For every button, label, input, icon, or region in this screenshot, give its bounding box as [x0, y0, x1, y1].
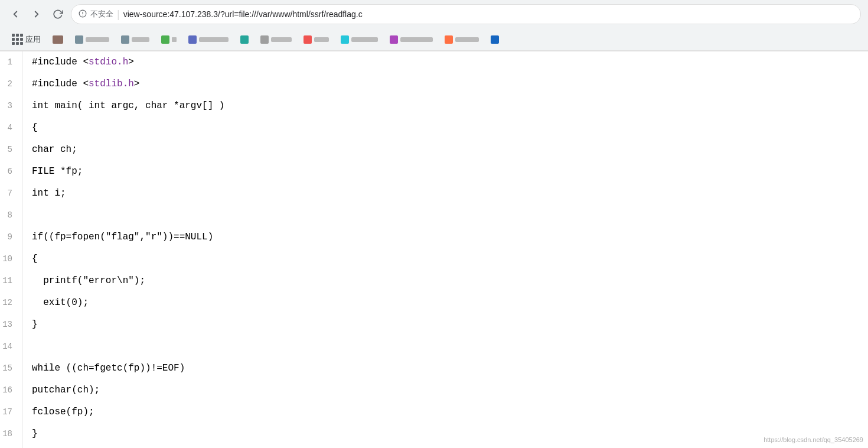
line-number: 1: [0, 51, 22, 73]
line-content: int i;: [32, 183, 66, 204]
code-line: 1#include <stdio.h>: [0, 51, 868, 73]
code-line: 13}: [0, 314, 868, 336]
bookmark-item-6[interactable]: [236, 33, 253, 46]
line-number: 18: [0, 423, 22, 445]
line-number: 9: [0, 226, 22, 248]
bookmark-item-7[interactable]: [256, 33, 296, 46]
address-divider: |: [117, 8, 120, 21]
security-icon: [79, 9, 87, 20]
forward-button[interactable]: [28, 6, 45, 22]
line-content: #include <stdlib.h>: [32, 73, 139, 95]
line-content: }: [32, 314, 38, 336]
code-line: 19: [0, 445, 868, 448]
code-line: 14: [0, 336, 868, 358]
line-content: fclose(fp);: [32, 401, 94, 423]
code-line: 15while ((ch=fgetc(fp))!=EOF): [0, 358, 868, 379]
bookmarks-bar: 应用: [0, 28, 868, 51]
watermark: https://blog.csdn.net/qq_35405269: [763, 436, 863, 443]
line-number: 19: [0, 445, 22, 448]
bookmark-item-1[interactable]: [48, 33, 68, 46]
line-number: 13: [0, 314, 22, 336]
code-line: 12 exit(0);: [0, 292, 868, 314]
bookmark-item-5[interactable]: [184, 33, 233, 46]
code-line: 6FILE *fp;: [0, 161, 868, 183]
code-line: 17fclose(fp);: [0, 401, 868, 423]
code-line: 10{: [0, 248, 868, 270]
bookmark-item-8[interactable]: [299, 33, 334, 46]
line-number: 2: [0, 73, 22, 95]
line-number: 3: [0, 95, 22, 117]
line-content: printf("error\n");: [32, 270, 145, 292]
bookmark-item-4[interactable]: [156, 33, 181, 46]
address-bar[interactable]: 不安全 | view-source:47.107.238.3/?url=file…: [71, 4, 861, 24]
line-number: 15: [0, 358, 22, 379]
line-number: 11: [0, 270, 22, 292]
code-line: 9if((fp=fopen("flag","r"))==NULL): [0, 226, 868, 248]
line-content: putchar(ch);: [32, 379, 100, 401]
line-content: int main( int argc, char *argv[] ): [32, 95, 224, 117]
line-content: #include <stdio.h>: [32, 51, 134, 73]
browser-chrome: 不安全 | view-source:47.107.238.3/?url=file…: [0, 0, 868, 51]
bookmark-item-2[interactable]: [70, 33, 114, 46]
code-line: 7int i;: [0, 183, 868, 204]
bookmark-item-10[interactable]: [385, 33, 438, 46]
code-line: 8: [0, 204, 868, 226]
line-number: 17: [0, 401, 22, 423]
apps-button[interactable]: 应用: [7, 31, 45, 47]
refresh-button[interactable]: [50, 6, 66, 22]
code-line: 3int main( int argc, char *argv[] ): [0, 95, 868, 117]
line-number: 8: [0, 204, 22, 226]
line-number: 14: [0, 336, 22, 358]
code-view: 1#include <stdio.h>2#include <stdlib.h>3…: [0, 51, 868, 448]
line-content: {: [32, 117, 38, 139]
nav-bar: 不安全 | view-source:47.107.238.3/?url=file…: [0, 0, 868, 28]
code-line: 4{: [0, 117, 868, 139]
line-number: 12: [0, 292, 22, 314]
line-number: 7: [0, 183, 22, 204]
security-label: 不安全: [90, 9, 113, 20]
bookmark-item-9[interactable]: [336, 33, 383, 46]
line-content: char ch;: [32, 139, 77, 161]
line-content: FILE *fp;: [32, 161, 83, 183]
line-number: 6: [0, 161, 22, 183]
line-number: 5: [0, 139, 22, 161]
apps-label: 应用: [25, 34, 41, 45]
back-button[interactable]: [7, 6, 24, 22]
bookmark-item-3[interactable]: [116, 33, 154, 46]
code-line: 18}: [0, 423, 868, 445]
bookmark-item-11[interactable]: [440, 33, 484, 46]
line-number: 4: [0, 117, 22, 139]
line-number: 10: [0, 248, 22, 270]
line-content: while ((ch=fgetc(fp))!=EOF): [32, 358, 185, 379]
code-line: 2#include <stdlib.h>: [0, 73, 868, 95]
apps-grid-icon: [12, 34, 23, 45]
line-number: 16: [0, 379, 22, 401]
line-content: {: [32, 248, 38, 270]
url-text: view-source:47.107.238.3/?url=file:///va…: [123, 9, 363, 19]
code-line: 16putchar(ch);: [0, 379, 868, 401]
line-content: if((fp=fopen("flag","r"))==NULL): [32, 226, 213, 248]
line-content: }: [32, 423, 38, 445]
code-line: 11 printf("error\n");: [0, 270, 868, 292]
bookmark-item-12[interactable]: [486, 33, 504, 46]
line-content: exit(0);: [32, 292, 89, 314]
code-line: 5char ch;: [0, 139, 868, 161]
